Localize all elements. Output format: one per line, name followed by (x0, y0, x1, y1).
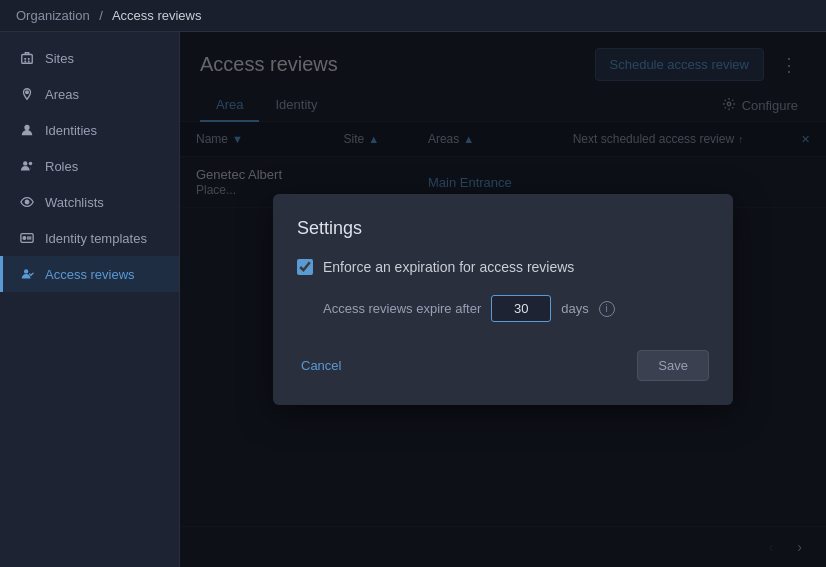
sidebar-item-identity-templates[interactable]: Identity templates (0, 220, 179, 256)
main-content: Access reviews Schedule access review ⋮ … (180, 32, 826, 567)
breadcrumb-org[interactable]: Organization (16, 8, 90, 23)
sidebar: Sites Areas Identities (0, 32, 180, 567)
svg-point-5 (26, 91, 29, 94)
sidebar-item-roles[interactable]: Roles (0, 148, 179, 184)
sidebar-item-label: Areas (45, 87, 79, 102)
building-icon (19, 50, 35, 66)
svg-rect-1 (24, 58, 26, 60)
svg-point-11 (23, 237, 26, 240)
svg-point-14 (24, 269, 28, 273)
sidebar-item-access-reviews[interactable]: Access reviews (0, 256, 179, 292)
eye-icon (19, 194, 35, 210)
id-card-icon (19, 230, 35, 246)
settings-dialog: Settings Enforce an expiration for acces… (273, 194, 733, 405)
enforce-expiration-checkbox[interactable] (297, 259, 313, 275)
cancel-button[interactable]: Cancel (297, 352, 345, 379)
svg-rect-3 (24, 61, 26, 63)
expire-after-label: Access reviews expire after (323, 301, 481, 316)
svg-rect-2 (28, 58, 30, 60)
person-icon (19, 122, 35, 138)
svg-point-8 (29, 162, 33, 166)
dialog-title: Settings (297, 218, 709, 239)
breadcrumb-current: Access reviews (112, 8, 202, 23)
sidebar-item-sites[interactable]: Sites (0, 40, 179, 76)
svg-rect-4 (28, 61, 30, 63)
days-label: days (561, 301, 588, 316)
sidebar-item-label: Watchlists (45, 195, 104, 210)
sidebar-item-identities[interactable]: Identities (0, 112, 179, 148)
enforce-expiration-label[interactable]: Enforce an expiration for access reviews (323, 259, 574, 275)
expire-days-input[interactable] (491, 295, 551, 322)
info-icon: i (599, 301, 615, 317)
breadcrumb: Organization / Access reviews (0, 0, 826, 32)
sidebar-item-label: Identities (45, 123, 97, 138)
svg-rect-0 (22, 55, 33, 64)
sidebar-item-label: Sites (45, 51, 74, 66)
enforce-expiration-row: Enforce an expiration for access reviews (297, 259, 709, 275)
sidebar-item-label: Identity templates (45, 231, 147, 246)
sidebar-item-areas[interactable]: Areas (0, 76, 179, 112)
map-pin-icon (19, 86, 35, 102)
svg-point-9 (25, 200, 29, 204)
modal-overlay: Settings Enforce an expiration for acces… (180, 32, 826, 567)
save-button[interactable]: Save (637, 350, 709, 381)
users-icon (19, 158, 35, 174)
dialog-actions: Cancel Save (297, 350, 709, 381)
sidebar-item-watchlists[interactable]: Watchlists (0, 184, 179, 220)
breadcrumb-separator: / (99, 8, 103, 23)
person-check-icon (19, 266, 35, 282)
svg-point-7 (23, 161, 27, 165)
sidebar-item-label: Roles (45, 159, 78, 174)
expire-after-row: Access reviews expire after days i (297, 295, 709, 322)
sidebar-item-label: Access reviews (45, 267, 135, 282)
svg-point-6 (24, 125, 29, 130)
